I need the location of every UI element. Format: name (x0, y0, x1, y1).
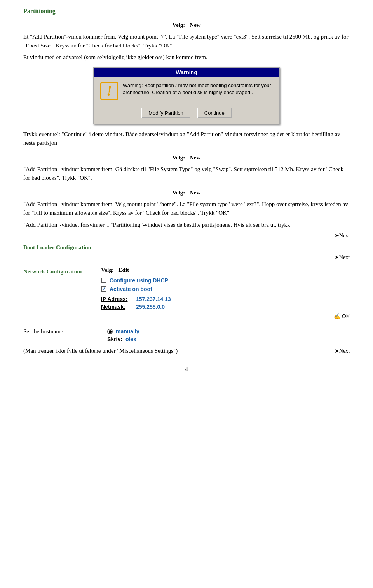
next-arrow-3[interactable]: ➤Next (335, 348, 350, 354)
paragraph-4: "Add Partition"-vinduet kommer frem. Gå … (23, 165, 350, 182)
velg-new-1: Velg: New (23, 22, 350, 28)
radio-manually-circle[interactable] (107, 329, 113, 334)
skriv-label: Skriv: (107, 336, 122, 342)
velg-new-3: Velg: New (23, 189, 350, 196)
velg-edit-value: Edit (119, 267, 129, 273)
warning-buttons: Modify Partition Continue (94, 104, 279, 124)
velg-value-2: New (190, 154, 200, 161)
velg-edit-row: Velg: Edit (101, 267, 350, 273)
hostname-label: Set the hostname: (23, 328, 65, 334)
hostname-right: manually Skriv: olex (107, 328, 350, 342)
skriv-row: Skriv: olex (107, 336, 350, 342)
paragraph-6: "Add Partition"-vinduet forsvinner. I "P… (23, 220, 350, 229)
ip-label: IP Adress: (101, 296, 136, 302)
misc-row: (Man trenger ikke fylle ut feltene under… (23, 348, 350, 354)
continue-button[interactable]: Continue (197, 108, 232, 118)
activate-boot-label: Activate on boot (110, 286, 152, 292)
velg-value-1: New (190, 22, 200, 28)
netmask-label: Netmask: (101, 304, 136, 310)
warning-titlebar: Warning (94, 68, 279, 77)
ip-value: 157.237.14.13 (136, 296, 171, 302)
radio-manually-label: manually (116, 328, 139, 334)
velg-value-3: New (190, 189, 200, 196)
velg-new-2: Velg: New (23, 154, 350, 161)
velg-edit-label: Velg: (101, 267, 114, 273)
ip-table: IP Adress: 157.237.14.13 Netmask: 255.25… (101, 296, 350, 310)
section-title: Partitioning (23, 8, 350, 15)
netmask-row: Netmask: 255.255.0.0 (101, 304, 350, 310)
configure-dhcp-label: Configure using DHCP (110, 277, 168, 284)
configure-dhcp-checkbox[interactable] (101, 278, 106, 283)
skriv-value: olex (125, 336, 136, 342)
paragraph-3: Trykk eventuelt "Continue" i dette vindu… (23, 130, 350, 147)
paragraph-2: Et vindu med en advarsel (som selvfølgel… (23, 53, 350, 62)
activate-boot-row[interactable]: ✓ Activate on boot (101, 286, 350, 292)
warning-body: ! Warning: Boot partition / may not meet… (94, 77, 279, 104)
netmask-value: 255.255.0.0 (136, 304, 165, 310)
radio-manually-dot (109, 330, 112, 333)
hostname-row: Set the hostname: manually Skriv: olex (23, 328, 350, 342)
ok-button[interactable]: ✍ OK (334, 313, 350, 319)
page-number: 4 (23, 366, 350, 373)
page-content: Partitioning Velg: New Et "Add Partition… (23, 8, 350, 373)
warning-icon: ! (100, 82, 118, 100)
network-config-left: Network Configuration (23, 264, 101, 275)
boot-loader-title: Boot Loader Configuration (23, 244, 350, 251)
activate-boot-checkbox[interactable]: ✓ (101, 286, 106, 292)
radio-manually-row[interactable]: manually (107, 328, 350, 334)
velg-label-2: Velg: (173, 154, 185, 161)
network-config-row: Network Configuration Velg: Edit Configu… (23, 264, 350, 324)
next-row-1: ➤Next (23, 232, 350, 239)
ip-row: IP Adress: 157.237.14.13 (101, 296, 350, 302)
configure-dhcp-row[interactable]: Configure using DHCP (101, 277, 350, 284)
next-row-2: ➤Next (23, 254, 350, 261)
velg-label-3: Velg: (173, 189, 185, 196)
warning-dialog: Warning ! Warning: Boot partition / may … (93, 67, 280, 124)
network-config-title: Network Configuration (23, 268, 101, 275)
modify-partition-button[interactable]: Modify Partition (141, 108, 190, 118)
velg-label-1: Velg: (173, 22, 185, 28)
paragraph-1: Et "Add Partition"-vindu kommer frem. Ve… (23, 32, 350, 50)
network-config-right: Velg: Edit Configure using DHCP ✓ Activa… (101, 264, 350, 324)
hostname-left: Set the hostname: (23, 328, 101, 335)
next-arrow-1[interactable]: ➤Next (335, 233, 350, 238)
next-arrow-2[interactable]: ➤Next (335, 254, 350, 260)
misc-text: (Man trenger ikke fylle ut feltene under… (23, 348, 178, 354)
warning-text: Warning: Boot partition / may not meet b… (123, 82, 273, 96)
paragraph-5: "Add Partition"-vinduet kommer frem. Vel… (23, 200, 350, 217)
ok-row: ✍ OK (101, 313, 350, 320)
